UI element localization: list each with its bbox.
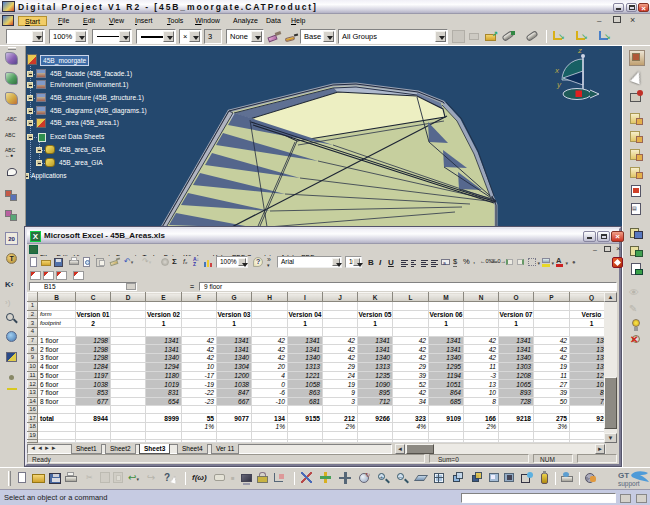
svg-text:z: z bbox=[577, 46, 582, 55]
svg-text:x: x bbox=[554, 66, 560, 75]
svg-text:y: y bbox=[556, 80, 562, 89]
